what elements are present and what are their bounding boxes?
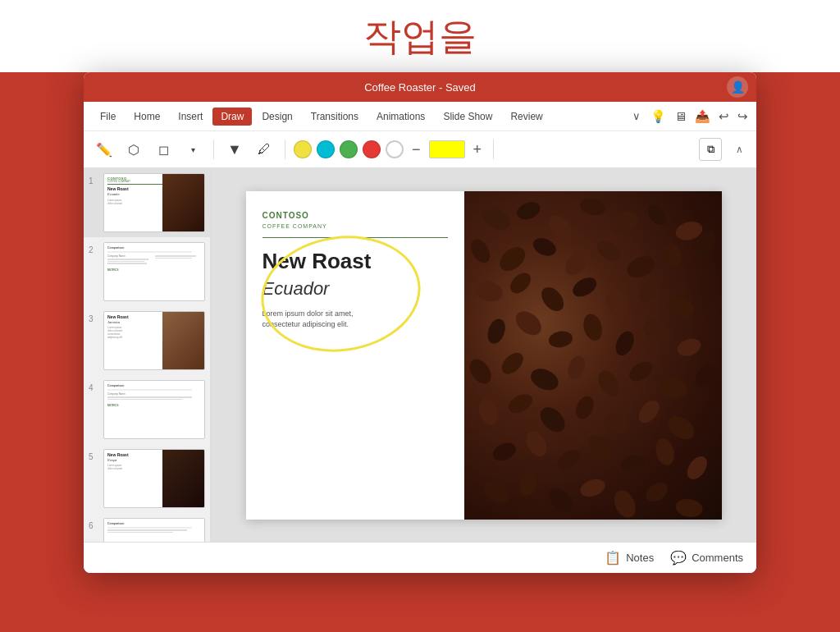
notes-button[interactable]: 📋 Notes [605,550,654,566]
svg-point-0 [479,203,514,234]
ribbon-tools: ✏️ ⬡ ◻ ▾ ▼ 🖊 − [84,131,756,167]
slide-body: Lorem ipsum dolor sit amet,consectetur a… [262,309,449,329]
slide-thumb-1[interactable]: 1 CONTOSO COFFEE COMPANY New Roast Ecuad… [84,168,210,237]
pen-select[interactable]: ▼ [222,137,247,162]
app-window: Coffee Roaster - Saved 👤 File Home Inser… [84,72,756,573]
svg-point-55 [610,487,640,520]
svg-point-21 [665,294,697,320]
svg-point-8 [495,242,530,276]
svg-point-39 [536,402,570,437]
slide-title: New Roast [262,250,449,273]
eraser-icon: ◻ [158,142,169,158]
more-icon[interactable]: ∨ [632,110,641,122]
svg-point-1 [514,199,542,222]
svg-point-22 [485,316,509,346]
comments-button[interactable]: 💬 Comments [670,550,743,566]
tab-transitions[interactable]: Transitions [303,108,367,126]
slide-panel: 1 CONTOSO COFFEE COMPANY New Roast Ecuad… [84,168,211,542]
separator-3 [493,140,494,159]
color-red[interactable] [363,140,381,158]
color-cyan[interactable] [317,140,335,158]
thickness-box[interactable] [429,140,465,158]
highlighter-select[interactable]: 🖊 [252,137,276,162]
lightbulb-icon[interactable]: 💡 [651,109,666,124]
chevron-up-icon: ∧ [736,144,743,155]
draw-tool-2[interactable]: ⬡ [121,137,146,162]
redo-icon[interactable]: ↪ [737,109,748,124]
tab-more-group: ∨ 💡 🖥 📤 ↩ ↪ [632,109,748,124]
tab-animations[interactable]: Animations [368,108,433,126]
close-button[interactable]: 👤 [727,76,748,98]
undo-icon[interactable]: ↩ [719,109,729,124]
svg-point-28 [675,335,703,358]
slide-thumb-5[interactable]: 5 New Roast Kenya Lorem ipsum dolor sit … [84,444,210,513]
ribbon: File Home Insert Draw Design Transitions… [84,102,756,168]
tab-slideshow[interactable]: Slide Show [435,108,500,126]
title-bar: Coffee Roaster - Saved 👤 [84,72,756,102]
page-title: 작업을 [0,0,840,72]
svg-point-18 [570,273,600,300]
slide-num-4: 4 [89,383,98,392]
slide-preview-4: Comparison Company Name METRICS [103,380,205,439]
svg-point-31 [527,364,562,394]
slide-subtitle: Ecuador [262,279,449,299]
svg-point-26 [613,327,638,358]
contoso-logo: CONTOSO [262,211,449,220]
separator-1 [213,140,214,159]
tab-draw[interactable]: Draw [212,108,252,126]
svg-point-45 [523,427,551,460]
tab-design[interactable]: Design [253,108,300,126]
collapse-ribbon-button[interactable]: ∧ [730,140,748,158]
tab-file[interactable]: File [92,108,124,126]
page-title-container: 작업을 [0,0,840,72]
tab-insert[interactable]: Insert [170,108,211,126]
tab-review[interactable]: Review [502,108,550,126]
minus-button[interactable]: − [409,141,424,158]
svg-point-46 [554,445,584,474]
slide-right-image [464,191,721,520]
slide-preview-5: New Roast Kenya Lorem ipsum dolor sit am… [103,449,205,508]
svg-point-17 [537,282,568,314]
svg-point-35 [657,374,690,401]
svg-point-42 [635,396,664,427]
copy-button[interactable]: ⧉ [699,138,722,161]
color-white[interactable] [386,140,404,158]
slide-thumb-6[interactable]: 6 Comparison [84,513,210,542]
svg-point-19 [602,286,632,320]
tab-home[interactable]: Home [126,108,168,126]
share-icon[interactable]: 📤 [695,109,710,124]
svg-point-2 [545,211,577,243]
slide-left-panel: CONTOSO COFFEE COMPANY New Roast Ecuador… [246,191,465,520]
slide-thumb-3[interactable]: 3 New Roast Jamaica Lorem ipsum dolor si… [84,306,210,375]
display-icon[interactable]: 🖥 [674,109,687,123]
slide-thumb-4[interactable]: 4 Comparison Company Name METRICS [84,375,210,444]
svg-point-52 [517,469,540,497]
svg-point-20 [636,277,663,305]
pen-icon: ✏️ [96,142,112,158]
canvas-area: CONTOSO COFFEE COMPANY New Roast Ecuador… [211,168,756,542]
svg-point-15 [472,277,505,304]
svg-point-48 [619,452,646,474]
color-yellow[interactable] [294,140,312,158]
slide-num-2: 2 [89,245,98,254]
svg-point-51 [479,476,514,507]
comments-label: Comments [692,552,743,564]
slide-thumb-2[interactable]: 2 Comparison Company Name [84,237,210,306]
slide-preview-2: Comparison Company Name [103,242,205,301]
plus-button[interactable]: + [470,141,486,158]
separator-2 [285,140,285,159]
beans-texture [464,191,721,520]
draw-tool-1[interactable]: ✏️ [92,137,116,162]
slide-preview-3: New Roast Jamaica Lorem ipsum dolor sit … [103,311,205,370]
svg-point-53 [545,483,577,515]
comments-icon: 💬 [670,550,687,566]
svg-point-47 [584,430,618,465]
eraser-tool[interactable]: ◻ [151,137,176,162]
svg-point-4 [608,206,642,238]
eraser-dropdown[interactable]: ▾ [180,137,205,162]
highlighter-icon: 🖊 [258,142,271,157]
slide-num-6: 6 [89,521,98,530]
svg-point-13 [662,240,685,268]
color-green[interactable] [340,140,358,158]
svg-point-24 [548,329,574,349]
